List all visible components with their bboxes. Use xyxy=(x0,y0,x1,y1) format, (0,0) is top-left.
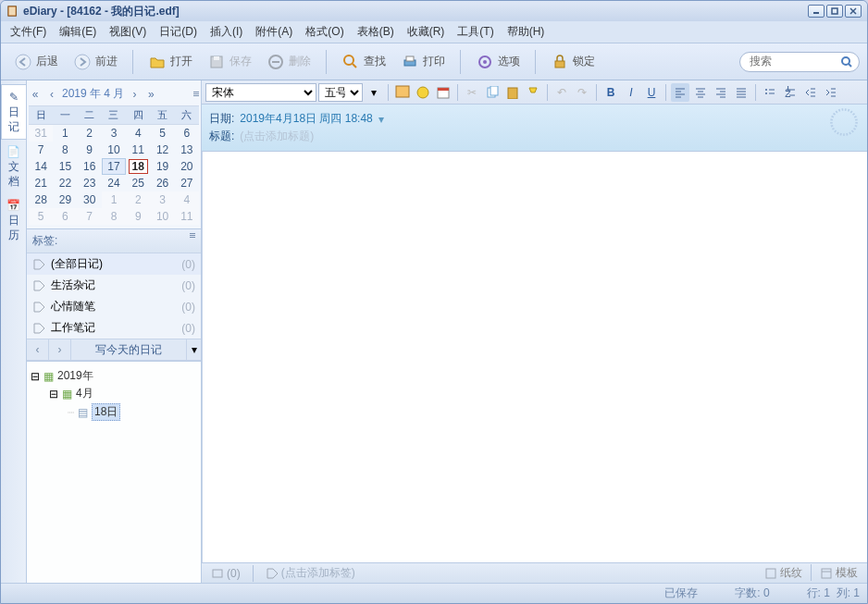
cal-day[interactable]: 9 xyxy=(126,208,150,225)
paste-icon[interactable] xyxy=(503,83,522,102)
cal-day[interactable]: 5 xyxy=(150,125,174,142)
tag-item[interactable]: 心情随笔(0) xyxy=(27,296,201,317)
cal-day[interactable]: 20 xyxy=(175,158,199,175)
cal-prev-month[interactable]: ‹ xyxy=(45,88,58,101)
date-icon[interactable] xyxy=(434,83,453,102)
write-today-button[interactable]: 写今天的日记 xyxy=(71,339,186,360)
editor-body[interactable] xyxy=(202,152,867,562)
close-button[interactable] xyxy=(845,5,862,18)
number-list-icon[interactable]: 12 xyxy=(781,83,800,102)
minimize-button[interactable] xyxy=(808,5,825,18)
back-button[interactable]: 后退 xyxy=(8,50,64,74)
cal-day[interactable]: 1 xyxy=(53,125,77,142)
align-center-icon[interactable] xyxy=(691,83,710,102)
cal-day[interactable]: 24 xyxy=(102,175,126,191)
search-box[interactable] xyxy=(739,52,860,72)
lock-button[interactable]: 锁定 xyxy=(545,50,601,74)
tree-month-node[interactable]: ⊟▦4月 xyxy=(49,385,197,402)
tag-item[interactable]: (全部日记)(0) xyxy=(27,253,201,275)
cal-day[interactable]: 9 xyxy=(78,142,102,158)
left-tab-diary[interactable]: ✎日记 xyxy=(1,84,26,140)
cal-day[interactable]: 6 xyxy=(175,125,199,142)
size-select[interactable]: 五号 xyxy=(318,83,363,102)
cal-day[interactable]: 7 xyxy=(29,142,53,158)
bold-button[interactable]: B xyxy=(601,83,620,102)
copy-icon[interactable] xyxy=(483,83,502,102)
cal-day[interactable]: 17 xyxy=(102,158,126,175)
menu-收藏[interactable]: 收藏(R) xyxy=(402,22,451,42)
cal-day[interactable]: 22 xyxy=(53,175,77,191)
cal-day[interactable]: 25 xyxy=(126,175,150,191)
cal-next-year[interactable]: » xyxy=(144,88,157,101)
forward-button[interactable]: 前进 xyxy=(68,50,123,74)
cal-day[interactable]: 21 xyxy=(29,175,53,191)
menu-文件[interactable]: 文件(F) xyxy=(5,22,52,42)
cal-prev-year[interactable]: « xyxy=(29,88,42,101)
cal-day[interactable]: 2 xyxy=(126,191,150,208)
cal-day[interactable]: 29 xyxy=(53,191,77,208)
menu-插入[interactable]: 插入(I) xyxy=(205,22,248,42)
menu-视图[interactable]: 视图(V) xyxy=(104,22,152,42)
left-tab-doc[interactable]: 📄文档 xyxy=(1,140,26,193)
cal-day[interactable]: 19 xyxy=(150,158,174,175)
cal-day[interactable]: 4 xyxy=(175,191,199,208)
outdent-icon[interactable] xyxy=(801,83,820,102)
cal-day[interactable]: 30 xyxy=(78,191,102,208)
cal-day[interactable]: 14 xyxy=(29,158,53,175)
cal-day[interactable]: 10 xyxy=(102,142,126,158)
collapse-icon[interactable]: ⊟ xyxy=(49,388,58,401)
tag-next-button[interactable]: › xyxy=(49,339,71,360)
menu-格式[interactable]: 格式(O) xyxy=(300,22,349,42)
tags-menu-icon[interactable] xyxy=(190,233,195,249)
menu-编辑[interactable]: 编辑(E) xyxy=(54,22,102,42)
cal-day[interactable]: 5 xyxy=(29,208,53,225)
open-button[interactable]: 打开 xyxy=(143,50,198,74)
template-button[interactable]: 模板 xyxy=(816,564,862,582)
tree-day-node[interactable]: ┈▤18日 xyxy=(68,402,197,422)
underline-button[interactable]: U xyxy=(642,83,661,102)
menu-工具[interactable]: 工具(T) xyxy=(452,22,499,42)
cal-day[interactable]: 13 xyxy=(175,142,199,158)
write-today-dropdown[interactable]: ▾ xyxy=(186,339,201,360)
font-select[interactable]: 宋体 xyxy=(205,83,316,102)
undo-icon[interactable]: ↶ xyxy=(552,83,571,102)
menu-日记[interactable]: 日记(D) xyxy=(154,22,203,42)
options-button[interactable]: 选项 xyxy=(470,50,526,74)
tags-button[interactable]: (点击添加标签) xyxy=(262,564,359,582)
collapse-icon[interactable]: ⊟ xyxy=(31,370,40,383)
size-dropdown[interactable]: ▾ xyxy=(365,83,383,102)
cal-day[interactable]: 4 xyxy=(126,125,150,142)
cal-day[interactable]: 28 xyxy=(29,191,53,208)
delete-button[interactable]: 删除 xyxy=(261,50,316,74)
emoji-icon[interactable] xyxy=(414,83,432,102)
insert-image-icon[interactable] xyxy=(393,83,412,102)
cal-next-month[interactable]: › xyxy=(128,88,141,101)
search-icon[interactable] xyxy=(840,55,853,71)
cal-day[interactable]: 7 xyxy=(78,208,102,225)
title-input[interactable]: (点击添加标题) xyxy=(240,129,314,144)
bullet-list-icon[interactable] xyxy=(761,83,779,102)
cal-day[interactable]: 27 xyxy=(175,175,199,191)
redo-icon[interactable]: ↷ xyxy=(573,83,591,102)
indent-icon[interactable] xyxy=(822,83,840,102)
cal-day[interactable]: 8 xyxy=(102,208,126,225)
align-left-icon[interactable] xyxy=(671,83,689,102)
cal-day[interactable]: 18 xyxy=(126,158,150,175)
cal-day[interactable]: 26 xyxy=(150,175,174,191)
cal-day[interactable]: 11 xyxy=(126,142,150,158)
print-button[interactable]: 打印 xyxy=(395,50,451,74)
date-dropdown-icon[interactable]: ▾ xyxy=(378,113,384,126)
cal-day[interactable]: 6 xyxy=(53,208,77,225)
format-brush-icon[interactable] xyxy=(524,83,542,102)
search-button[interactable]: 查找 xyxy=(336,50,391,74)
align-justify-icon[interactable] xyxy=(732,83,750,102)
cal-day[interactable]: 2 xyxy=(78,125,102,142)
cal-menu-icon[interactable] xyxy=(193,92,199,96)
save-button[interactable]: 保存 xyxy=(202,50,257,74)
cal-day[interactable]: 16 xyxy=(78,158,102,175)
menu-表格[interactable]: 表格(B) xyxy=(352,22,400,42)
cal-day[interactable]: 10 xyxy=(150,208,174,225)
cal-day[interactable]: 23 xyxy=(78,175,102,191)
menu-附件[interactable]: 附件(A) xyxy=(250,22,298,42)
menu-帮助[interactable]: 帮助(H) xyxy=(502,22,551,42)
